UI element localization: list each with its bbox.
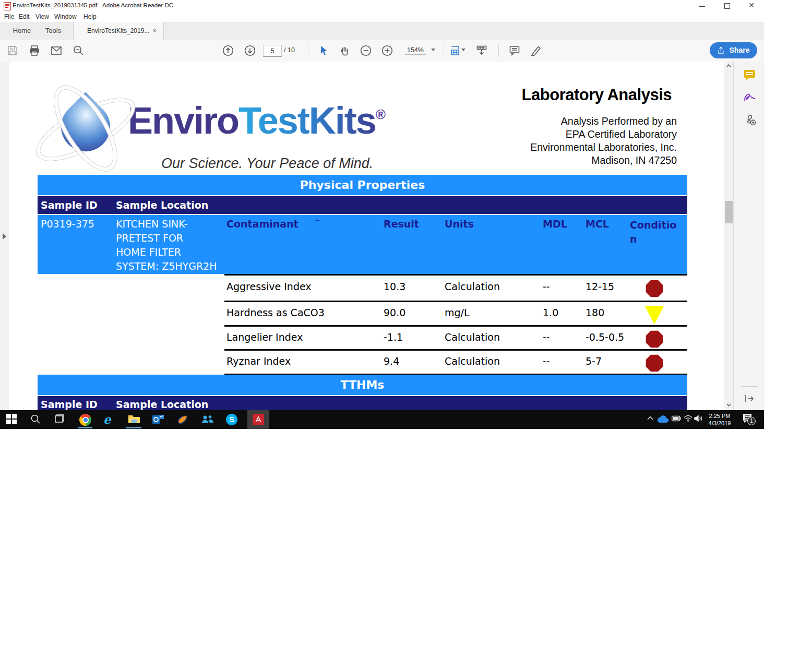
col-contaminant-mark: ~ bbox=[314, 216, 320, 224]
close-icon: ✕ bbox=[748, 1, 755, 9]
col-mdl: MDL bbox=[543, 218, 567, 230]
cell-mcl: 5-7 bbox=[586, 355, 602, 367]
hand-tool-icon[interactable] bbox=[338, 44, 351, 57]
share-icon bbox=[717, 46, 725, 54]
close-button[interactable]: ✕ bbox=[744, 2, 759, 10]
condition-icon-red-octagon bbox=[646, 354, 663, 372]
col-mcl: MCL bbox=[586, 218, 609, 230]
onedrive-cloud-icon[interactable] bbox=[656, 415, 668, 426]
tab-document[interactable]: EnviroTestKits_2019... × bbox=[73, 22, 164, 40]
battery-icon[interactable] bbox=[672, 415, 683, 427]
reading-mode-icon[interactable] bbox=[475, 44, 488, 57]
zoom-level-label[interactable]: 154% bbox=[405, 46, 426, 55]
cell-contaminant: Aggressive Index bbox=[226, 281, 312, 292]
scroll-down-icon[interactable] bbox=[726, 403, 731, 406]
explorer-running-indicator bbox=[126, 427, 141, 428]
comment-panel-icon[interactable] bbox=[744, 69, 756, 81]
notification-badge: 1 bbox=[747, 417, 756, 425]
zoom-in-icon[interactable] bbox=[381, 44, 393, 57]
acrobat-taskbar-button[interactable] bbox=[247, 410, 269, 429]
cell-contaminant: Hardness as CaCO3 bbox=[226, 307, 325, 318]
lab-line: Madison, IN 47250 bbox=[364, 154, 677, 166]
expand-pane-icon[interactable] bbox=[744, 394, 755, 403]
previous-page-icon[interactable] bbox=[222, 44, 234, 57]
physical-sample-header-row: Sample ID Sample Location bbox=[38, 196, 687, 214]
fit-width-icon[interactable] bbox=[449, 44, 462, 57]
zoom-out-icon[interactable] bbox=[360, 44, 372, 57]
col-units: Units bbox=[445, 218, 474, 230]
search-icon[interactable] bbox=[72, 44, 85, 57]
maximize-button[interactable] bbox=[719, 2, 735, 10]
menu-view[interactable]: View bbox=[35, 11, 49, 22]
col-condition: Condition bbox=[630, 218, 682, 246]
outlook-icon[interactable] bbox=[152, 414, 164, 425]
comment-tool-icon[interactable] bbox=[508, 44, 521, 57]
zoom-dropdown-caret[interactable] bbox=[431, 49, 435, 51]
scrollbar-thumb[interactable] bbox=[725, 201, 733, 223]
taskbar-search-icon[interactable] bbox=[30, 414, 42, 425]
sample-location-line: KITCHEN SINK- bbox=[116, 218, 188, 230]
tthms-sample-header-row: Sample ID Sample Location bbox=[38, 396, 687, 410]
table-row: Aggressive Index 10.3 Calculation -- 12-… bbox=[224, 274, 687, 301]
minimize-icon bbox=[699, 6, 705, 7]
sample-location-line: SYSTEM: Z5HYGR2H bbox=[116, 260, 217, 272]
table-row: Hardness as CaCO3 90.0 mg/L 1.0 180 bbox=[224, 301, 687, 325]
cell-units: Calculation bbox=[445, 355, 500, 367]
print-icon[interactable] bbox=[28, 44, 41, 57]
tab-close-icon[interactable]: × bbox=[153, 22, 157, 40]
wifi-icon[interactable] bbox=[684, 415, 695, 426]
tab-home[interactable]: Home bbox=[7, 22, 37, 40]
menu-help[interactable]: Help bbox=[83, 11, 97, 22]
title-bar: EnviroTestKits_2019031345.pdf - Adobe Ac… bbox=[0, 0, 764, 11]
menu-window[interactable]: Window bbox=[54, 11, 77, 22]
task-view-icon[interactable] bbox=[54, 414, 66, 425]
skype-icon[interactable]: S bbox=[226, 414, 237, 425]
email-icon[interactable] bbox=[50, 44, 63, 57]
col-contaminant: Contaminant bbox=[226, 218, 298, 230]
left-panel-toggle-icon[interactable] bbox=[3, 233, 6, 240]
menu-file[interactable]: File bbox=[4, 11, 14, 22]
action-center-icon[interactable]: 1 bbox=[743, 413, 754, 425]
cell-units: Calculation bbox=[445, 281, 500, 292]
select-tool-icon[interactable] bbox=[317, 44, 329, 57]
condition-icon-yellow-triangle bbox=[644, 306, 664, 325]
orange-blue-app-icon[interactable] bbox=[177, 414, 188, 425]
chrome-icon[interactable] bbox=[79, 414, 91, 426]
tools-sidebar bbox=[733, 62, 765, 410]
pdf-page: EnviroTestKits® Our Science. Your Peace … bbox=[9, 62, 724, 410]
cell-mcl: 12-15 bbox=[586, 281, 614, 292]
file-explorer-icon[interactable] bbox=[128, 414, 139, 425]
internet-explorer-icon[interactable]: e bbox=[103, 414, 115, 425]
cell-contaminant: Ryznar Index bbox=[226, 355, 291, 367]
tab-tools[interactable]: Tools bbox=[41, 22, 66, 40]
acrobat-window: EnviroTestKits_2019031345.pdf - Adobe Ac… bbox=[0, 0, 764, 429]
minimize-button[interactable] bbox=[694, 2, 710, 10]
page-number-input[interactable] bbox=[263, 45, 282, 57]
next-page-icon[interactable] bbox=[244, 44, 256, 57]
document-area: EnviroTestKits® Our Science. Your Peace … bbox=[0, 62, 764, 410]
share-button[interactable]: Share bbox=[710, 42, 757, 58]
highlighter-icon[interactable] bbox=[530, 44, 542, 57]
cell-mcl: -0.5-0.5 bbox=[586, 331, 624, 343]
main-toolbar: / 10 154% bbox=[0, 40, 764, 62]
scroll-up-icon[interactable] bbox=[726, 64, 731, 67]
fill-sign-icon[interactable] bbox=[743, 91, 756, 103]
sample-location-header: Sample Location bbox=[116, 399, 208, 410]
physical-sample-row: P0319-375 KITCHEN SINK- PRETEST FOR HOME… bbox=[38, 215, 687, 274]
more-tools-icon[interactable] bbox=[744, 114, 757, 126]
condition-icon-red-octagon bbox=[646, 280, 663, 297]
cell-mdl: 1.0 bbox=[543, 307, 558, 318]
start-button-icon[interactable] bbox=[6, 414, 18, 425]
maximize-icon bbox=[724, 3, 730, 9]
people-app-icon[interactable] bbox=[201, 414, 213, 425]
left-panel-strip bbox=[0, 62, 9, 410]
fit-width-caret[interactable] bbox=[461, 49, 465, 51]
tab-document-label: EnviroTestKits_2019... bbox=[87, 22, 149, 40]
taskbar-clock[interactable]: 2:25 PM 4/3/2019 bbox=[703, 412, 736, 427]
menu-edit[interactable]: Edit bbox=[19, 11, 30, 22]
table-row: Langelier Index -1.1 Calculation -- -0.5… bbox=[224, 325, 687, 349]
save-icon[interactable] bbox=[6, 44, 19, 57]
sample-location-line: HOME FILTER bbox=[116, 246, 181, 258]
vertical-scrollbar[interactable] bbox=[724, 62, 733, 410]
cell-mcl: 180 bbox=[586, 307, 604, 318]
